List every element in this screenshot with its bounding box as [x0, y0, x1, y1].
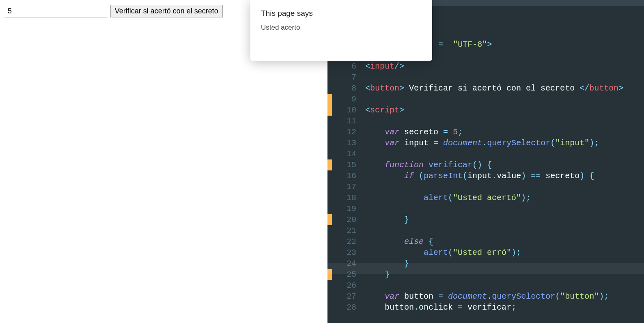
line-number: 27: [332, 291, 356, 302]
code-line: var button = document.querySelector("but…: [365, 291, 644, 302]
alert-message: Usted acertó: [261, 24, 422, 32]
line-number: 20: [332, 214, 356, 225]
code-line: alert("Usted acertó");: [365, 192, 644, 203]
code-line: [365, 181, 644, 192]
code-line: alert("Usted erró");: [365, 247, 644, 258]
code-line: if (parseInt(input.value) == secreto) {: [365, 170, 644, 181]
gutter-modification-marker: [327, 159, 332, 170]
line-number: 6: [332, 61, 356, 72]
line-number: 21: [332, 225, 356, 236]
gutter-modification-marker: [327, 214, 332, 225]
line-number: 14: [332, 149, 356, 159]
line-number: 17: [332, 181, 356, 192]
secret-input[interactable]: [5, 5, 107, 17]
line-number: 8: [332, 83, 356, 94]
verify-button[interactable]: Verificar si acertó con el secreto: [110, 5, 223, 17]
line-number: 7: [332, 72, 356, 83]
line-number: 11: [332, 116, 356, 127]
line-number: 28: [332, 302, 356, 313]
line-number: 9: [332, 94, 356, 105]
code-line: }: [365, 269, 644, 280]
code-line: <button> Verificar si acertó con el secr…: [365, 83, 644, 94]
code-line: }: [365, 214, 644, 225]
line-number: 26: [332, 280, 356, 291]
gutter-modification-marker: [327, 105, 332, 116]
code-line: var input = document.querySelector("inpu…: [365, 138, 644, 149]
line-number: 12: [332, 127, 356, 138]
code-line: button.onclick = verificar;: [365, 302, 644, 313]
code-line: var secreto = 5;: [365, 127, 644, 138]
code-line: [365, 203, 644, 214]
line-number: 16: [332, 170, 356, 181]
browser-alert-dialog: This page says Usted acertó: [250, 0, 432, 61]
alert-title: This page says: [261, 9, 422, 18]
line-number: 19: [332, 203, 356, 214]
code-line: [365, 116, 644, 127]
code-line: [365, 94, 644, 105]
code-line: [365, 313, 644, 323]
code-line: function verificar() {: [365, 159, 644, 170]
code-line: <input/>: [365, 61, 644, 72]
line-number: 23: [332, 247, 356, 258]
code-line: [365, 149, 644, 159]
line-number: 22: [332, 236, 356, 247]
code-line: [365, 280, 644, 291]
line-number: 15: [332, 159, 356, 170]
code-line: }: [365, 258, 644, 269]
line-number: 10: [332, 105, 356, 116]
line-number: 13: [332, 138, 356, 149]
gutter-modification-marker: [327, 94, 332, 105]
line-number: 18: [332, 192, 356, 203]
code-line: <script>: [365, 105, 644, 116]
code-line: [365, 225, 644, 236]
code-line: [365, 72, 644, 83]
code-line: else {: [365, 236, 644, 247]
